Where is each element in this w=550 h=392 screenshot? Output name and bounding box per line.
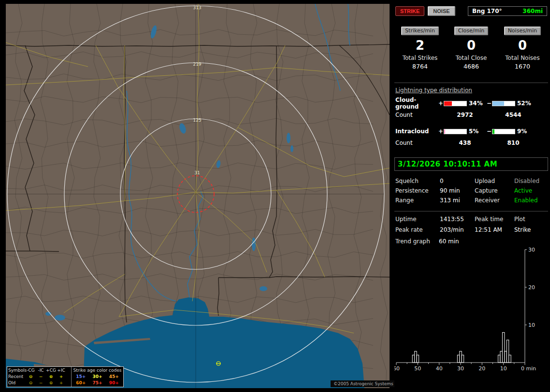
- total-close-label: Total Close: [446, 55, 497, 61]
- legend-age-header: Strike age color codes: [72, 367, 122, 374]
- bearing-value: Bng 170°: [472, 8, 502, 14]
- cg-plus-bar: [444, 101, 467, 106]
- squelch-label: Squelch: [395, 177, 440, 185]
- svg-text:20: 20: [528, 284, 535, 291]
- neg-ic-icon: −: [36, 380, 46, 386]
- strikes-column: Strikes/min 2 Total Strikes 8764: [394, 27, 446, 70]
- ic-minus-pct: 9%: [517, 128, 535, 135]
- pos-ic-icon: +: [56, 380, 66, 386]
- copyright-notice: ©2005 Astrogenic Systems: [331, 380, 396, 387]
- range-value: 360mi: [522, 8, 543, 14]
- svg-text:10: 10: [528, 322, 535, 328]
- peak-time-value: 12:51 AM: [475, 226, 514, 234]
- receiver-status: Squelch 0 Upload Disabled Persistence 90…: [395, 177, 548, 204]
- trend-graph-header: Trend graph 60 min: [395, 238, 548, 245]
- close-per-min-value: 0: [446, 38, 497, 54]
- noise-mode-button[interactable]: NOISE: [428, 6, 455, 16]
- total-noises-value: 1670: [497, 63, 548, 70]
- noises-per-min-value: 0: [497, 38, 548, 54]
- trend-window-value: 60 min: [439, 238, 459, 245]
- capture-label: Capture: [475, 187, 514, 195]
- receiver-label: Receiver: [475, 196, 514, 204]
- receiver-value: Enabled: [514, 196, 548, 204]
- upload-label: Upload: [475, 177, 514, 185]
- neg-ic-icon: −: [36, 374, 46, 380]
- cg-minus-bar: [492, 101, 515, 106]
- age-code-45: 45+: [109, 374, 119, 380]
- ic-plus-pct: 5%: [469, 128, 486, 135]
- total-strikes-label: Total Strikes: [394, 55, 446, 61]
- noises-per-min-button[interactable]: Noises/min: [504, 27, 541, 35]
- range-setting-label: Range: [395, 196, 440, 204]
- strike-mode-button[interactable]: STRIKE: [395, 6, 424, 16]
- cg-minus-count: 4544: [492, 112, 535, 118]
- rate-stats: Strikes/min 2 Total Strikes 8764 Close/m…: [394, 27, 548, 70]
- age-code-60: 60+: [76, 380, 86, 386]
- svg-text:40: 40: [436, 365, 443, 372]
- count-label: Count: [394, 112, 438, 118]
- age-code-30: 30+: [92, 374, 102, 380]
- total-noises-label: Total Noises: [497, 55, 548, 61]
- mode-toolbar: STRIKE NOISE Bng 170° 360mi: [395, 6, 547, 16]
- svg-text:30: 30: [528, 247, 535, 253]
- session-info: Uptime 1413:55 Peak time Plot Peak rate …: [395, 215, 548, 234]
- plus-sign: +: [438, 128, 444, 135]
- cloud-ground-label: Cloud-ground: [394, 97, 438, 110]
- divider: [394, 211, 548, 211]
- pos-cg-icon: ⊕: [46, 374, 56, 380]
- legend-col-pos-cg: +CG: [46, 367, 56, 374]
- svg-text:30: 30: [457, 365, 464, 372]
- map-legend: Symbols -CG -IC +CG +IC Recent ⊖ − ⊕ + O…: [7, 366, 124, 387]
- ring-label-31: 31: [194, 170, 200, 175]
- close-per-min-button[interactable]: Close/min: [454, 27, 488, 35]
- ring-label-219: 219: [193, 62, 201, 67]
- total-close-value: 4686: [446, 63, 497, 70]
- close-column: Close/min 0 Total Close 4686: [446, 27, 497, 70]
- age-code-90: 90+: [109, 380, 119, 386]
- plot-value: Strike: [514, 226, 548, 234]
- legend-recent-label: Recent: [8, 374, 26, 380]
- count-label: Count: [394, 140, 438, 146]
- pos-cg-icon: ⊕: [46, 380, 56, 386]
- plot-label: Plot: [514, 215, 548, 223]
- trend-graph: 6050403020100 min102030: [394, 246, 545, 374]
- datetime-readout: 3/12/2026 10:10:11 AM: [394, 157, 548, 171]
- cloud-ground-row: Cloud-ground + 34% − 52%: [394, 98, 548, 108]
- ic-plus-bar: [444, 129, 467, 134]
- legend-col-neg-cg: -CG: [26, 367, 36, 374]
- legend-col-neg-ic: -IC: [36, 367, 46, 374]
- divider: [394, 83, 548, 83]
- intracloud-count-row: Count 438 810: [394, 138, 548, 148]
- lightning-map[interactable]: 313 219 125 31 Symbols -CG -IC +CG +IC R…: [6, 4, 390, 388]
- minus-sign: −: [486, 100, 492, 107]
- svg-text:60: 60: [394, 365, 400, 372]
- neg-cg-icon: ⊖: [26, 374, 36, 380]
- pos-ic-icon: +: [56, 374, 66, 380]
- neg-cg-icon: ⊖: [26, 380, 36, 386]
- persistence-value: 90 min: [440, 187, 475, 195]
- intracloud-row: Intracloud + 5% − 9%: [394, 126, 548, 136]
- peak-time-label: Peak time: [475, 215, 514, 223]
- strikes-per-min-value: 2: [394, 38, 446, 54]
- uptime-value: 1413:55: [440, 215, 475, 223]
- squelch-value: 0: [440, 177, 475, 185]
- distribution-title: Lightning type distribution: [395, 87, 548, 94]
- legend-symbols-header: Symbols: [8, 367, 26, 374]
- cloud-ground-count-row: Count 2972 4544: [394, 110, 548, 120]
- ic-minus-bar: [492, 129, 515, 134]
- capture-value: Active: [514, 187, 548, 195]
- legend-old-label: Old: [8, 380, 26, 386]
- svg-text:50: 50: [414, 365, 421, 372]
- control-panel: STRIKE NOISE Bng 170° 360mi Strikes/min …: [394, 0, 548, 392]
- minus-sign: −: [486, 128, 492, 135]
- peak-rate-value: 203/min: [440, 226, 475, 234]
- ring-label-125: 125: [193, 118, 201, 123]
- cg-minus-pct: 52%: [517, 100, 535, 107]
- strikes-per-min-button[interactable]: Strikes/min: [401, 27, 439, 35]
- legend-col-pos-ic: +IC: [56, 367, 66, 374]
- peak-rate-label: Peak rate: [395, 226, 440, 234]
- age-code-15: 15+: [76, 374, 86, 380]
- legend-old-symbols: ⊖ − ⊕ +: [26, 380, 66, 386]
- svg-text:20: 20: [478, 365, 485, 372]
- uptime-label: Uptime: [395, 215, 440, 223]
